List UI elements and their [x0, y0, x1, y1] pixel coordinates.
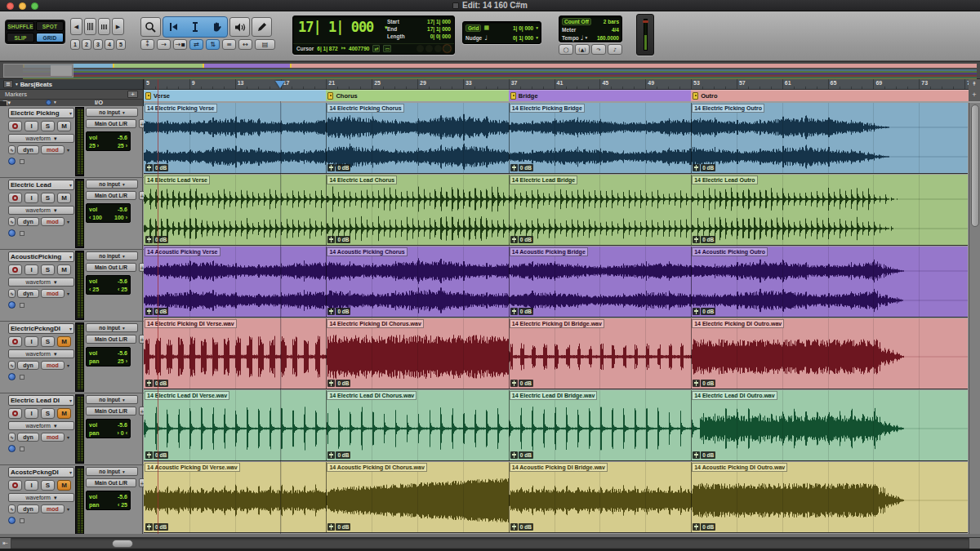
dyn-button[interactable]: dyn [17, 217, 39, 226]
clip-boundary[interactable] [509, 318, 510, 389]
clip-gain-value[interactable]: 0 dB [154, 164, 168, 171]
solo-button[interactable]: S [41, 193, 55, 203]
online-led-button[interactable] [443, 45, 451, 52]
marker-region-outro[interactable]: Outro [691, 90, 969, 101]
clip-gain-value[interactable]: 0 dB [519, 308, 533, 315]
track-lane-2[interactable]: 14 Electric Lead Verse0 dB14 Electric Le… [144, 175, 968, 246]
automation-mode-button[interactable] [8, 229, 16, 237]
clip-boundary[interactable] [691, 462, 692, 532]
clip-boundary[interactable] [326, 462, 327, 532]
mod-button[interactable]: mod [41, 433, 65, 442]
track-view-selector[interactable]: waveform▾ [8, 206, 74, 215]
clip-gain-fader-icon[interactable] [510, 164, 518, 171]
clip-gain-controls[interactable]: 0 dB [510, 236, 533, 243]
count-off-value[interactable]: 2 bars [604, 19, 619, 24]
vol-value[interactable]: -5.6 [118, 207, 127, 212]
clip-gain-controls[interactable]: 0 dB [510, 308, 533, 315]
count-off-label[interactable]: Count Off [562, 18, 591, 25]
clip-gain-value[interactable]: 0 dB [701, 380, 715, 387]
main-counter[interactable]: 17| 1| 000 ▾ Start17| 1| 000 End17| 1| 0… [292, 16, 455, 55]
clip-gain-value[interactable]: 0 dB [154, 451, 168, 459]
dyn-button[interactable]: dyn [17, 504, 39, 513]
vol-value[interactable]: -5.6 [118, 422, 127, 428]
solo-button[interactable]: S [41, 480, 55, 491]
marker-flag-icon[interactable] [327, 92, 333, 100]
clip-name-label[interactable]: 14 Electric Picking Chorus [327, 104, 403, 113]
output-selector[interactable]: Main Out L/R [86, 191, 136, 200]
horizontal-scrollbar-thumb[interactable] [112, 540, 133, 548]
clip-gain-value[interactable]: 0 dB [519, 164, 533, 171]
universe-view-handle[interactable] [51, 65, 72, 76]
clip-gain-fader-icon[interactable] [145, 164, 153, 171]
edit-group-dropdown-icon[interactable]: ▾ [54, 100, 56, 104]
clip-gain-fader-icon[interactable] [693, 523, 700, 531]
clip-gain-value[interactable]: 0 dB [336, 451, 350, 459]
clip-gain-value[interactable]: 0 dB [519, 236, 533, 243]
clip-name-label[interactable]: 14 Acoustic Picking DI Bridge.wav [510, 463, 608, 472]
automation-safe-button[interactable] [20, 447, 24, 451]
zoom-toggle-button[interactable]: ⁑ [140, 39, 154, 50]
mute-button[interactable]: M [57, 193, 71, 203]
elastic-audio-button[interactable]: ∿ [8, 289, 16, 298]
audio-zoom-button[interactable] [84, 18, 96, 35]
output-selector[interactable]: Main Out L/R [86, 407, 136, 415]
elastic-audio-button[interactable]: ∿ [8, 504, 16, 513]
clip-gain-value[interactable]: 0 dB [519, 380, 533, 387]
clip-name-label[interactable]: 14 Electric Lead Outro [692, 176, 757, 184]
clip-name-label[interactable]: 14 Electric Lead DI Chorus.wav [327, 391, 416, 400]
clip-indicator-icon[interactable]: ▭ [383, 45, 391, 52]
clip-name-label[interactable]: 14 Electric Lead Bridge [510, 176, 577, 184]
output-selector[interactable]: Main Out L/R [86, 478, 136, 487]
count-in-button[interactable]: (▲) [575, 44, 590, 55]
dyn-button[interactable]: dyn [17, 145, 39, 154]
clip-gain-controls[interactable]: 0 dB [693, 451, 715, 459]
scroll-home-icon[interactable]: ⇤ [0, 538, 11, 549]
start-value[interactable]: 17| 1| 000 [427, 18, 451, 25]
track-name[interactable]: AcostcPckngDI▾ [8, 467, 74, 478]
clip-gain-controls[interactable]: 0 dB [327, 380, 350, 387]
clip-gain-fader-icon[interactable] [327, 236, 335, 243]
clip-gain-fader-icon[interactable] [693, 380, 700, 387]
clip-boundary[interactable] [326, 390, 327, 460]
elastic-audio-button[interactable]: ∿ [8, 145, 16, 154]
clip-gain-value[interactable]: 0 dB [336, 308, 350, 315]
fader-thumb[interactable] [643, 20, 648, 23]
clip-boundary[interactable] [326, 103, 327, 173]
elastic-audio-button[interactable]: ∿ [8, 361, 16, 370]
tempo-value[interactable]: 160.0000 [597, 35, 619, 41]
trim-tool-button[interactable] [164, 18, 184, 36]
midi-merge-button[interactable]: ↷ [591, 44, 606, 55]
vertical-scrollbar-thumb[interactable] [971, 104, 979, 227]
scrubber-tool-button[interactable] [229, 17, 250, 37]
bars-beats-ruler[interactable]: 591317212529333741454953576165697377 [144, 79, 969, 90]
edit-group-icon[interactable] [46, 100, 51, 105]
elastic-audio-button[interactable]: ∿ [8, 217, 16, 226]
track-view-selector[interactable]: waveform▾ [8, 349, 74, 358]
clip-gain-fader-icon[interactable] [145, 308, 153, 315]
clip-gain-fader-icon[interactable] [327, 380, 335, 387]
pan-value[interactable]: › 0 ‹ [118, 430, 127, 436]
input-selector[interactable]: no input▾ [86, 467, 138, 476]
mod-button[interactable]: mod [41, 217, 65, 226]
clip-gain-fader-icon[interactable] [510, 236, 518, 243]
grid-mode-button[interactable]: GRID [36, 33, 64, 42]
input-monitor-button[interactable]: I [24, 193, 38, 203]
zoom-in-horizontal-button[interactable]: ▶ [112, 18, 124, 35]
marker-region-chorus[interactable]: Chorus [326, 90, 508, 101]
markers-header[interactable]: Markers + [0, 90, 144, 100]
clip-gain-fader-icon[interactable] [510, 380, 518, 387]
metronome-button[interactable]: ◯ [559, 44, 573, 55]
track-lane-3[interactable]: 14 Acoustic Picking Verse0 dB14 Acoustic… [144, 247, 968, 318]
clip-name-label[interactable]: 14 Acoustic Picking DI Chorus.wav [327, 463, 426, 472]
pan-left-value[interactable]: 25 › [89, 143, 99, 149]
zoom-out-horizontal-button[interactable]: ◀ [70, 18, 82, 35]
clip-name-label[interactable]: 14 Electric Lead Verse [145, 176, 210, 184]
grid-dropdown-icon[interactable]: ▾ [536, 25, 538, 30]
output-selector[interactable]: Main Out L/R [86, 335, 136, 344]
zoom-preset-2[interactable]: 2 [82, 39, 91, 50]
clip-gain-value[interactable]: 0 dB [336, 380, 350, 387]
mute-button[interactable]: M [57, 408, 71, 419]
clip-gain-fader-icon[interactable] [145, 451, 153, 459]
track-name[interactable]: AcousticPicking▾ [8, 251, 74, 262]
clip-gain-value[interactable]: 0 dB [519, 523, 533, 531]
